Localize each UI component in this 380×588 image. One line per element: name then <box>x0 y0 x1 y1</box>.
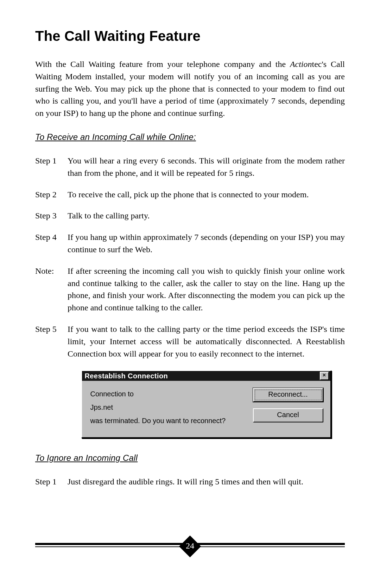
step-text: If after screening the incoming call you… <box>68 265 345 314</box>
step-text: Talk to the calling party. <box>68 210 345 222</box>
step-row: Step 1 Just disregard the audible rings.… <box>35 476 345 488</box>
step-row: Note: If after screening the incoming ca… <box>35 265 345 314</box>
step-text: Just disregard the audible rings. It wil… <box>68 476 345 488</box>
section-heading-ignore: To Ignore an Incoming Call <box>35 453 345 463</box>
step-text: You will hear a ring every 6 seconds. Th… <box>68 155 345 179</box>
step-label: Note: <box>35 265 68 314</box>
dialog-body: Connection to Jps.net was terminated. Do… <box>82 381 330 437</box>
step-label: Step 1 <box>35 476 68 488</box>
page-number: 24 <box>186 541 194 551</box>
page-title: The Call Waiting Feature <box>35 28 345 44</box>
step-label: Step 1 <box>35 155 68 179</box>
dialog-line: Connection to <box>90 387 245 401</box>
step-label: Step 2 <box>35 188 68 201</box>
intro-paragraph: With the Call Waiting feature from your … <box>35 58 345 119</box>
cancel-button[interactable]: Cancel <box>253 408 323 422</box>
step-label: Step 4 <box>35 231 68 256</box>
dialog-message: Connection to Jps.net was terminated. Do… <box>90 387 245 427</box>
step-text: To receive the call, pick up the phone t… <box>68 188 345 201</box>
dialog-button-column: Reconnect... Cancel <box>253 387 323 427</box>
dialog-line: was terminated. Do you want to reconnect… <box>90 414 245 427</box>
step-row: Step 3 Talk to the calling party. <box>35 210 345 222</box>
close-icon[interactable]: × <box>320 372 329 380</box>
step-label: Step 5 <box>35 323 68 360</box>
step-text: If you want to talk to the calling party… <box>68 323 345 360</box>
step-row: Step 4 If you hang up within approximate… <box>35 231 345 256</box>
dialog-line: Jps.net <box>90 401 245 414</box>
step-row: Step 1 You will hear a ring every 6 seco… <box>35 155 345 179</box>
dialog-title: Reestablish Connection <box>85 372 168 380</box>
steps-ignore: Step 1 Just disregard the audible rings.… <box>35 476 345 488</box>
intro-prefix: With the Call Waiting feature from your … <box>35 60 290 69</box>
section-heading-receive: To Receive an Incoming Call while Online… <box>35 132 345 142</box>
dialog-wrapper: Reestablish Connection × Connection to J… <box>68 370 345 438</box>
reestablish-connection-dialog: Reestablish Connection × Connection to J… <box>81 370 331 438</box>
brand-italic: Action <box>290 60 312 69</box>
steps-receive: Step 1 You will hear a ring every 6 seco… <box>35 155 345 360</box>
dialog-titlebar: Reestablish Connection × <box>82 371 330 381</box>
page-footer: 24 <box>35 540 345 556</box>
step-row: Step 2 To receive the call, pick up the … <box>35 188 345 201</box>
step-label: Step 3 <box>35 210 68 222</box>
step-row: Step 5 If you want to talk to the callin… <box>35 323 345 360</box>
page-body: The Call Waiting Feature With the Call W… <box>35 28 345 588</box>
reconnect-button[interactable]: Reconnect... <box>253 388 323 402</box>
step-text: If you hang up within approximately 7 se… <box>68 231 345 256</box>
